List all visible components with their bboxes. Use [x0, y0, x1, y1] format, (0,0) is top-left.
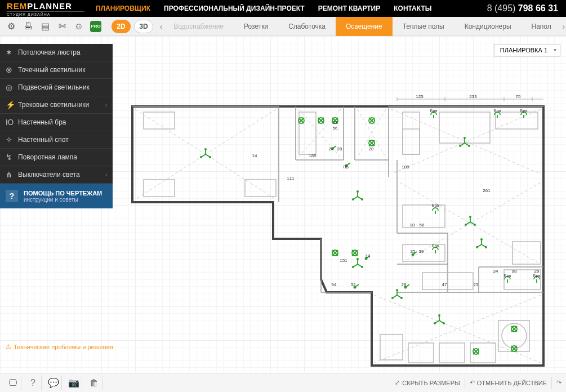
hide-dims-button[interactable]: ⤢ СКРЫТЬ РАЗМЕРЫ: [395, 379, 460, 386]
cat-flooring[interactable]: Напол: [522, 17, 561, 36]
floor-plan[interactable]: БраБраБра18511114ПВ6356272828109261Бра18…: [132, 70, 549, 376]
svg-text:39: 39: [419, 249, 424, 254]
person-icon[interactable]: ☺: [73, 21, 84, 32]
main-area: ПЛАНИРОВКА 1 ✶Потолочная люстра ⊗Точечны…: [0, 36, 566, 372]
cat-ac[interactable]: Кондиционеры: [454, 17, 522, 36]
camera-icon[interactable]: 📷: [65, 376, 82, 390]
undo-button[interactable]: ↶ ОТМЕНИТЬ ДЕЙСТВИЕ: [470, 379, 547, 386]
cat-prev-icon[interactable]: ‹: [159, 22, 163, 31]
svg-text:56: 56: [420, 222, 425, 228]
svg-text:94: 94: [332, 282, 337, 287]
help-icon: ?: [6, 190, 18, 202]
palette-label: Потолочная люстра: [18, 48, 81, 56]
svg-text:125: 125: [416, 94, 424, 99]
trash-icon[interactable]: 🗑: [86, 376, 102, 390]
svg-line-39: [298, 109, 341, 157]
svg-text:111: 111: [287, 176, 295, 181]
svg-rect-46: [403, 112, 420, 154]
svg-text:28: 28: [337, 146, 342, 152]
svg-rect-59: [498, 320, 529, 351]
svg-text:Бра: Бра: [430, 109, 437, 113]
svg-text:63: 63: [333, 120, 338, 125]
palette-wall-spot[interactable]: ✧Настенный спот: [0, 131, 113, 149]
print-icon[interactable]: 🖶: [23, 21, 34, 32]
monitor-icon[interactable]: 🖵: [5, 376, 21, 390]
svg-text:23: 23: [474, 282, 479, 287]
problems-link[interactable]: ⚠ Технические проблемы и решения: [6, 343, 113, 350]
category-nav: ‹ Водоснабжение Розетки Слаботочка Освещ…: [159, 17, 566, 36]
palette-label: Трековые светильники: [18, 101, 89, 109]
svg-text:Бра: Бра: [432, 244, 439, 248]
bra-icon: Ю: [6, 118, 18, 127]
palette-chandelier[interactable]: ✶Потолочная люстра: [0, 44, 113, 61]
nav-contacts[interactable]: КОНТАКТЫ: [394, 5, 431, 12]
svg-rect-56: [408, 343, 434, 363]
svg-text:28: 28: [369, 146, 374, 152]
svg-text:Бра: Бра: [432, 203, 439, 208]
svg-text:ПВ: ПВ: [343, 165, 349, 169]
palette-label: Настенный спот: [18, 136, 69, 144]
document-icon[interactable]: ▤: [39, 21, 51, 32]
svg-rect-47: [403, 129, 420, 154]
lighting-palette: ✶Потолочная люстра ⊗Точечный светильник …: [0, 44, 113, 208]
tools-icon[interactable]: ✄: [56, 21, 68, 32]
phone-main: 798 66 31: [518, 3, 558, 13]
svg-text:19: 19: [366, 253, 371, 259]
phone-number[interactable]: 8 (495) 798 66 31: [487, 3, 566, 14]
phone-prefix: 8 (495): [487, 3, 518, 13]
track-icon: ⚡: [6, 100, 18, 109]
palette-track[interactable]: ⚡Трековые светильники›: [0, 96, 113, 114]
cat-lowvoltage[interactable]: Слаботочка: [278, 17, 336, 36]
svg-text:35: 35: [411, 249, 416, 254]
nav-design-project[interactable]: ПРОФЕССИОНАЛЬНЫЙ ДИЗАЙН-ПРОЕКТ: [164, 5, 305, 12]
main-nav: ПЛАНИРОВЩИК ПРОФЕССИОНАЛЬНЫЙ ДИЗАЙН-ПРОЕ…: [84, 5, 487, 12]
cat-lighting[interactable]: Освещение: [336, 17, 393, 36]
logo[interactable]: REMPLANNER СТУДИЯ ДИЗАЙНА: [0, 1, 84, 16]
cat-sockets[interactable]: Розетки: [234, 17, 278, 36]
palette-rotary-lamp[interactable]: ↯Поворотная лампа: [0, 149, 113, 166]
svg-text:233: 233: [469, 94, 477, 99]
svg-text:29: 29: [534, 269, 540, 274]
svg-rect-55: [380, 335, 403, 360]
palette-bra[interactable]: ЮНастенный бра: [0, 114, 113, 131]
chevron-right-icon: ›: [105, 172, 107, 178]
chat-icon[interactable]: 💬: [45, 376, 62, 390]
logo-brand-b: PLANNER: [27, 1, 72, 11]
spotlight-icon: ⊗: [6, 65, 18, 74]
view-2d-button[interactable]: 2D: [112, 20, 131, 33]
cat-next-icon[interactable]: ›: [561, 22, 566, 31]
header: REMPLANNER СТУДИЯ ДИЗАЙНА ПЛАНИРОВЩИК ПР…: [0, 0, 566, 17]
footer: 🖵 ? 💬 📷 🗑 ⤢ СКРЫТЬ РАЗМЕРЫ ↶ ОТМЕНИТЬ ДЕ…: [0, 373, 566, 392]
separator: [465, 377, 465, 389]
svg-text:32: 32: [351, 282, 356, 287]
help-icon[interactable]: ?: [25, 376, 42, 390]
pro-badge[interactable]: PRO: [90, 21, 101, 32]
palette-spotlight[interactable]: ⊗Точечный светильник: [0, 61, 113, 79]
plan-selector[interactable]: ПЛАНИРОВКА 1: [494, 44, 560, 56]
cat-water[interactable]: Водоснабжение: [163, 17, 234, 36]
toolbar: ⚙ 🖶 ▤ ✄ ☺ PRO 2D 3D ‹ Водоснабжение Розе…: [0, 17, 566, 36]
help-title: ПОМОЩЬ ПО ЧЕРТЕЖАМ: [24, 190, 102, 197]
svg-text:34: 34: [493, 269, 498, 274]
nav-renovation[interactable]: РЕМОНТ КВАРТИР: [318, 5, 381, 12]
nav-planner[interactable]: ПЛАНИРОВЩИК: [96, 5, 150, 12]
warning-icon: ⚠: [6, 343, 11, 350]
cat-heated-floor[interactable]: Теплые полы: [393, 17, 454, 36]
palette-help[interactable]: ? ПОМОЩЬ ПО ЧЕРТЕЖАМ инструкции и советы: [0, 184, 113, 208]
palette-label: Выключатели света: [18, 171, 80, 179]
view-toggle: 2D 3D: [112, 20, 153, 33]
svg-text:18: 18: [410, 222, 415, 228]
view-3d-button[interactable]: 3D: [134, 20, 153, 33]
gear-icon[interactable]: ⚙: [6, 21, 17, 32]
svg-rect-43: [144, 180, 175, 197]
palette-switches[interactable]: ⋔Выключатели света›: [0, 166, 113, 184]
logo-brand-a: REM: [7, 1, 27, 11]
palette-pendant[interactable]: ◎Подвесной светильник: [0, 79, 113, 96]
palette-label: Точечный светильник: [18, 66, 85, 74]
redo-button[interactable]: ↷: [556, 379, 561, 386]
svg-text:109: 109: [402, 164, 409, 170]
svg-text:185: 185: [309, 153, 317, 158]
palette-label: Поворотная лампа: [18, 153, 77, 161]
svg-text:261: 261: [483, 188, 491, 193]
help-text: ПОМОЩЬ ПО ЧЕРТЕЖАМ инструкции и советы: [24, 190, 102, 203]
